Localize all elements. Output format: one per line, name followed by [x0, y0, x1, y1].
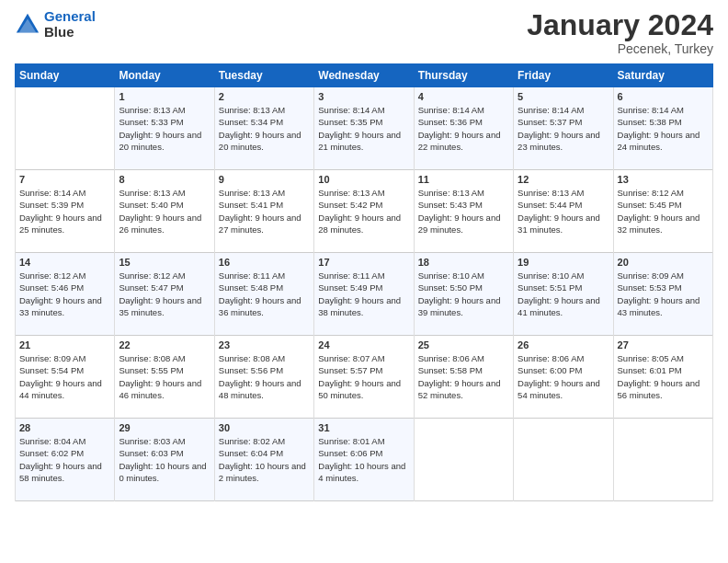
day-cell: 29Sunrise: 8:03 AMSunset: 6:03 PMDayligh… [115, 419, 214, 501]
day-number: 10 [318, 174, 409, 185]
location-subtitle: Pecenek, Turkey [527, 41, 713, 56]
day-info: Sunrise: 8:14 AMSunset: 5:39 PMDaylight:… [19, 187, 110, 236]
week-row-2: 7Sunrise: 8:14 AMSunset: 5:39 PMDaylight… [16, 170, 713, 253]
day-number: 27 [618, 339, 709, 350]
day-number: 14 [19, 257, 110, 268]
day-cell: 12Sunrise: 8:13 AMSunset: 5:44 PMDayligh… [514, 170, 613, 253]
day-number: 28 [19, 422, 110, 433]
day-cell: 30Sunrise: 8:02 AMSunset: 6:04 PMDayligh… [214, 419, 313, 501]
day-info: Sunrise: 8:14 AMSunset: 5:37 PMDaylight:… [518, 104, 609, 153]
day-cell [414, 419, 513, 501]
day-cell: 5Sunrise: 8:14 AMSunset: 5:37 PMDaylight… [514, 87, 613, 170]
day-number: 11 [418, 174, 509, 185]
day-number: 29 [119, 422, 210, 433]
day-info: Sunrise: 8:11 AMSunset: 5:49 PMDaylight:… [318, 270, 409, 318]
day-number: 5 [518, 91, 609, 102]
day-number: 20 [618, 257, 709, 268]
day-cell: 7Sunrise: 8:14 AMSunset: 5:39 PMDaylight… [16, 170, 115, 253]
day-number: 22 [119, 339, 210, 350]
day-cell: 9Sunrise: 8:13 AMSunset: 5:41 PMDaylight… [214, 170, 313, 253]
day-number: 26 [518, 339, 609, 350]
day-cell [514, 419, 613, 501]
day-cell: 31Sunrise: 8:01 AMSunset: 6:06 PMDayligh… [314, 419, 414, 501]
day-number: 2 [219, 91, 310, 102]
logo-icon [15, 12, 40, 38]
week-row-3: 14Sunrise: 8:12 AMSunset: 5:46 PMDayligh… [16, 253, 713, 336]
day-cell: 28Sunrise: 8:04 AMSunset: 6:02 PMDayligh… [16, 419, 115, 501]
day-info: Sunrise: 8:12 AMSunset: 5:45 PMDaylight:… [618, 187, 709, 236]
header-wednesday: Wednesday [314, 64, 414, 87]
header-tuesday: Tuesday [214, 64, 313, 87]
day-info: Sunrise: 8:10 AMSunset: 5:50 PMDaylight:… [418, 270, 509, 318]
day-info: Sunrise: 8:06 AMSunset: 5:58 PMDaylight:… [418, 352, 509, 401]
day-info: Sunrise: 8:09 AMSunset: 5:54 PMDaylight:… [19, 352, 110, 401]
header-saturday: Saturday [613, 64, 712, 87]
week-row-4: 21Sunrise: 8:09 AMSunset: 5:54 PMDayligh… [16, 336, 713, 419]
day-info: Sunrise: 8:09 AMSunset: 5:53 PMDaylight:… [618, 270, 709, 318]
day-cell: 15Sunrise: 8:12 AMSunset: 5:47 PMDayligh… [115, 253, 214, 336]
calendar-header-row: SundayMondayTuesdayWednesdayThursdayFrid… [16, 64, 713, 87]
day-info: Sunrise: 8:13 AMSunset: 5:41 PMDaylight:… [219, 187, 310, 236]
day-number: 21 [19, 339, 110, 350]
day-info: Sunrise: 8:01 AMSunset: 6:06 PMDaylight:… [318, 435, 409, 484]
day-cell: 19Sunrise: 8:10 AMSunset: 5:51 PMDayligh… [514, 253, 613, 336]
day-info: Sunrise: 8:06 AMSunset: 6:00 PMDaylight:… [518, 352, 609, 401]
day-number: 12 [518, 174, 609, 185]
day-cell: 22Sunrise: 8:08 AMSunset: 5:55 PMDayligh… [115, 336, 214, 419]
day-cell: 6Sunrise: 8:14 AMSunset: 5:38 PMDaylight… [613, 87, 712, 170]
day-number: 13 [618, 174, 709, 185]
day-number: 8 [119, 174, 210, 185]
calendar-table: SundayMondayTuesdayWednesdayThursdayFrid… [15, 63, 713, 501]
day-cell: 17Sunrise: 8:11 AMSunset: 5:49 PMDayligh… [314, 253, 414, 336]
day-cell: 11Sunrise: 8:13 AMSunset: 5:43 PMDayligh… [414, 170, 513, 253]
day-cell: 16Sunrise: 8:11 AMSunset: 5:48 PMDayligh… [214, 253, 313, 336]
day-cell: 24Sunrise: 8:07 AMSunset: 5:57 PMDayligh… [314, 336, 414, 419]
day-info: Sunrise: 8:02 AMSunset: 6:04 PMDaylight:… [219, 435, 310, 484]
day-info: Sunrise: 8:04 AMSunset: 6:02 PMDaylight:… [19, 435, 110, 484]
day-info: Sunrise: 8:12 AMSunset: 5:46 PMDaylight:… [19, 270, 110, 318]
day-cell: 8Sunrise: 8:13 AMSunset: 5:40 PMDaylight… [115, 170, 214, 253]
header: General Blue January 2024 Pecenek, Turke… [15, 9, 713, 56]
month-title: January 2024 [527, 9, 713, 41]
day-cell: 27Sunrise: 8:05 AMSunset: 6:01 PMDayligh… [613, 336, 712, 419]
day-number: 25 [418, 339, 509, 350]
day-info: Sunrise: 8:13 AMSunset: 5:34 PMDaylight:… [219, 104, 310, 153]
day-info: Sunrise: 8:07 AMSunset: 5:57 PMDaylight:… [318, 352, 409, 401]
day-number: 23 [219, 339, 310, 350]
header-friday: Friday [514, 64, 613, 87]
day-info: Sunrise: 8:13 AMSunset: 5:44 PMDaylight:… [518, 187, 609, 236]
logo-text: General Blue [44, 9, 96, 40]
day-number: 15 [119, 257, 210, 268]
day-number: 1 [119, 91, 210, 102]
day-number: 24 [318, 339, 409, 350]
day-info: Sunrise: 8:13 AMSunset: 5:40 PMDaylight:… [119, 187, 210, 236]
day-info: Sunrise: 8:14 AMSunset: 5:36 PMDaylight:… [418, 104, 509, 153]
logo: General Blue [15, 9, 96, 40]
day-info: Sunrise: 8:13 AMSunset: 5:43 PMDaylight:… [418, 187, 509, 236]
day-info: Sunrise: 8:05 AMSunset: 6:01 PMDaylight:… [618, 352, 709, 401]
day-cell: 26Sunrise: 8:06 AMSunset: 6:00 PMDayligh… [514, 336, 613, 419]
day-info: Sunrise: 8:14 AMSunset: 5:35 PMDaylight:… [318, 104, 409, 153]
week-row-5: 28Sunrise: 8:04 AMSunset: 6:02 PMDayligh… [16, 419, 713, 501]
day-number: 31 [318, 422, 409, 433]
day-info: Sunrise: 8:08 AMSunset: 5:56 PMDaylight:… [219, 352, 310, 401]
week-row-1: 1Sunrise: 8:13 AMSunset: 5:33 PMDaylight… [16, 87, 713, 170]
day-number: 16 [219, 257, 310, 268]
day-cell: 21Sunrise: 8:09 AMSunset: 5:54 PMDayligh… [16, 336, 115, 419]
page: General Blue January 2024 Pecenek, Turke… [0, 0, 728, 563]
day-info: Sunrise: 8:03 AMSunset: 6:03 PMDaylight:… [119, 435, 210, 484]
header-monday: Monday [115, 64, 214, 87]
day-cell: 2Sunrise: 8:13 AMSunset: 5:34 PMDaylight… [214, 87, 313, 170]
day-cell: 14Sunrise: 8:12 AMSunset: 5:46 PMDayligh… [16, 253, 115, 336]
day-info: Sunrise: 8:13 AMSunset: 5:33 PMDaylight:… [119, 104, 210, 153]
day-cell: 18Sunrise: 8:10 AMSunset: 5:50 PMDayligh… [414, 253, 513, 336]
day-number: 7 [19, 174, 110, 185]
day-cell: 23Sunrise: 8:08 AMSunset: 5:56 PMDayligh… [214, 336, 313, 419]
day-number: 4 [418, 91, 509, 102]
day-number: 17 [318, 257, 409, 268]
day-cell: 10Sunrise: 8:13 AMSunset: 5:42 PMDayligh… [314, 170, 414, 253]
day-cell: 4Sunrise: 8:14 AMSunset: 5:36 PMDaylight… [414, 87, 513, 170]
day-number: 9 [219, 174, 310, 185]
day-cell: 13Sunrise: 8:12 AMSunset: 5:45 PMDayligh… [613, 170, 712, 253]
day-info: Sunrise: 8:11 AMSunset: 5:48 PMDaylight:… [219, 270, 310, 318]
